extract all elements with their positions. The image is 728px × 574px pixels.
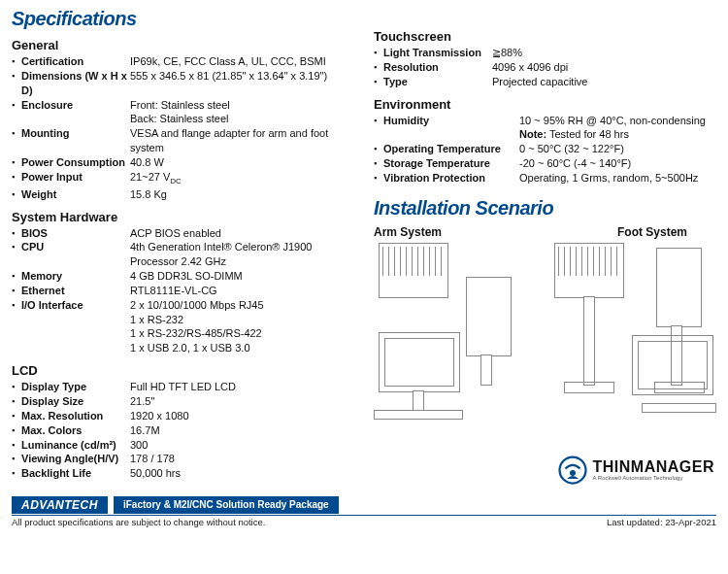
spec-value: 1920 x 1080 — [130, 409, 354, 423]
spec-label: Luminance (cd/m²) — [21, 438, 130, 453]
spec-row: ▪Viewing Angle(H/V)178 / 178 — [12, 452, 354, 466]
spec-label: Ethernet — [21, 284, 130, 298]
system-hardware-heading: System Hardware — [12, 210, 354, 224]
lcd-heading: LCD — [12, 363, 354, 378]
bullet-icon: ▪ — [12, 438, 21, 452]
footer-last-updated: Last updated: 23-Apr-2021 — [607, 517, 716, 527]
spec-row: ▪EnclosureFront: Stainless steelBack: St… — [12, 98, 354, 127]
spec-row: ▪CertificationIP69k, CE, FCC Class A, UL… — [12, 54, 354, 69]
foot-system-diagram — [549, 243, 717, 422]
bullet-icon: ▪ — [374, 142, 383, 155]
spec-value: 4th Generation Intel® Celeron® J1900 Pro… — [130, 240, 354, 269]
spec-label: Backlight Life — [21, 466, 130, 481]
spec-value: 21~27 VDC — [130, 170, 354, 187]
bullet-icon: ▪ — [12, 409, 21, 422]
spec-row: ▪BIOSACP BIOS enabled — [12, 226, 354, 241]
spec-label: Display Type — [21, 380, 130, 394]
bullet-icon: ▪ — [374, 171, 383, 185]
spec-row: ▪TypeProjected capacitive — [374, 75, 716, 89]
bullet-icon: ▪ — [12, 69, 21, 83]
spec-value: 0 ~ 50°C (32 ~ 122°F) — [519, 142, 716, 156]
bullet-icon: ▪ — [12, 466, 21, 480]
spec-value: Full HD TFT LED LCD — [130, 380, 354, 394]
spec-row: ▪Weight15.8 Kg — [12, 187, 354, 202]
spec-value: 2 x 10/100/1000 Mbps RJ451 x RS-2321 x R… — [130, 298, 354, 355]
spec-value: 555 x 346.5 x 81 (21.85" x 13.64" x 3.19… — [130, 69, 354, 84]
foot-system-caption: Foot System — [617, 225, 687, 239]
system-hardware-list: ▪BIOSACP BIOS enabled▪CPU4th Generation … — [12, 226, 354, 356]
spec-row: ▪Luminance (cd/m²)300 — [12, 438, 354, 453]
spec-label: Power Input — [21, 170, 130, 185]
bullet-icon: ▪ — [12, 126, 21, 140]
spec-value: -20 ~ 60°C (-4 ~ 140°F) — [519, 156, 716, 171]
svg-point-1 — [570, 470, 576, 476]
bullet-icon: ▪ — [12, 284, 21, 297]
spec-value: 4096 x 4096 dpi — [492, 60, 716, 75]
thinmanager-tagline: A Rockwell Automation Technology — [593, 475, 715, 481]
spec-label: I/O Interface — [21, 298, 130, 313]
spec-value: 178 / 178 — [130, 452, 354, 466]
spec-label: Max. Colors — [21, 423, 130, 438]
touchscreen-heading: Touchscreen — [374, 29, 716, 44]
spec-label: Operating Temperature — [383, 142, 519, 156]
spec-value: 21.5" — [130, 394, 354, 409]
spec-value: Front: Stainless steelBack: Stainless st… — [130, 98, 354, 127]
spec-row: ▪Backlight Life 50,000 hrs — [12, 466, 354, 481]
spec-row: ▪Max. Resolution1920 x 1080 — [12, 409, 354, 423]
spec-row: ▪Vibration ProtectionOperating, 1 Grms, … — [374, 171, 716, 186]
thinmanager-name: THINMANAGER — [593, 459, 715, 475]
spec-row: ▪EthernetRTL8111E-VL-CG — [12, 284, 354, 298]
spec-row: ▪Resolution4096 x 4096 dpi — [374, 60, 716, 75]
bullet-icon: ▪ — [12, 298, 21, 312]
bullet-icon: ▪ — [374, 60, 383, 74]
bullet-icon: ▪ — [12, 226, 21, 240]
bullet-icon: ▪ — [374, 156, 383, 170]
bullet-icon: ▪ — [12, 170, 21, 184]
installation-drawings — [374, 243, 716, 422]
spec-value: 16.7M — [130, 423, 354, 438]
spec-label: Power Consumption — [21, 155, 130, 170]
thinmanager-logo: THINMANAGER A Rockwell Automation Techno… — [558, 456, 715, 485]
spec-value: IP69k, CE, FCC Class A, UL, CCC, BSMI — [130, 54, 354, 69]
spec-label: Memory — [21, 269, 130, 284]
spec-label: CPU — [21, 240, 130, 254]
footer-disclaimer: All product specifications are subject t… — [12, 517, 265, 527]
spec-label: Vibration Protection — [383, 171, 519, 186]
bullet-icon: ▪ — [12, 155, 21, 169]
general-heading: General — [12, 38, 354, 52]
environment-list: ▪Humidity10 ~ 95% RH @ 40°C, non-condens… — [374, 114, 716, 186]
arm-system-diagram — [374, 243, 542, 422]
spec-value: 50,000 hrs — [130, 466, 354, 481]
spec-label: Resolution — [383, 60, 492, 75]
environment-heading: Environment — [374, 97, 716, 112]
touchscreen-list: ▪Light Transmission≧88%▪Resolution4096 x… — [374, 46, 716, 89]
thinmanager-icon — [558, 456, 587, 485]
spec-label: Max. Resolution — [21, 409, 130, 423]
bullet-icon: ▪ — [374, 114, 383, 127]
spec-label: Enclosure — [21, 98, 130, 113]
spec-label: Storage Temperature — [383, 156, 519, 171]
spec-value: 4 GB DDR3L SO-DIMM — [130, 269, 354, 284]
spec-value: 10 ~ 95% RH @ 40°C, non-condensingNote: … — [519, 114, 716, 143]
spec-row: ▪Storage Temperature-20 ~ 60°C (-4 ~ 140… — [374, 156, 716, 171]
spec-row: ▪Max. Colors16.7M — [12, 423, 354, 438]
spec-row: ▪Power Consumption40.8 W — [12, 155, 354, 170]
spec-value: 40.8 W — [130, 155, 354, 170]
spec-row: ▪Humidity10 ~ 95% RH @ 40°C, non-condens… — [374, 114, 716, 143]
spec-label: Humidity — [383, 114, 519, 128]
general-list: ▪CertificationIP69k, CE, FCC Class A, UL… — [12, 54, 354, 202]
bullet-icon: ▪ — [12, 98, 21, 112]
spec-label: Display Size — [21, 394, 130, 409]
installation-title: Installation Scenario — [374, 197, 716, 219]
page-footer: ADVANTECH iFactory & M2I/CNC Solution Re… — [12, 496, 716, 527]
bullet-icon: ▪ — [12, 423, 21, 437]
bullet-icon: ▪ — [12, 452, 21, 465]
bullet-icon: ▪ — [12, 54, 21, 68]
spec-row: ▪I/O Interface2 x 10/100/1000 Mbps RJ451… — [12, 298, 354, 355]
spec-row: ▪Display Size21.5" — [12, 394, 354, 409]
spec-label: Mounting — [21, 126, 130, 141]
spec-row: ▪Operating Temperature0 ~ 50°C (32 ~ 122… — [374, 142, 716, 156]
spec-label: Light Transmission — [383, 46, 492, 60]
bullet-icon: ▪ — [12, 269, 21, 283]
package-title: iFactory & M2I/CNC Solution Ready Packag… — [114, 496, 339, 514]
